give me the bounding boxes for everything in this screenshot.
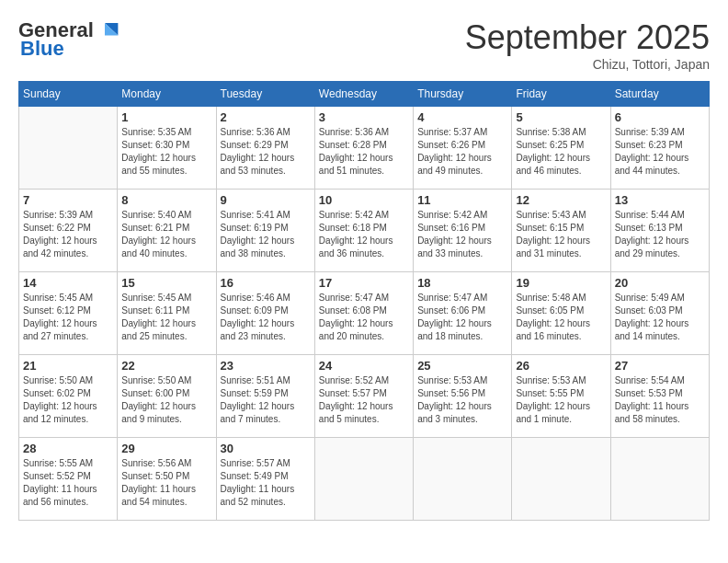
logo: General Blue xyxy=(18,18,119,61)
calendar-cell: 20Sunrise: 5:49 AM Sunset: 6:03 PM Dayli… xyxy=(610,272,709,355)
day-info: Sunrise: 5:50 AM Sunset: 6:00 PM Dayligh… xyxy=(121,374,211,426)
day-number: 8 xyxy=(121,193,211,207)
calendar-cell: 13Sunrise: 5:44 AM Sunset: 6:13 PM Dayli… xyxy=(610,190,709,272)
day-info: Sunrise: 5:50 AM Sunset: 6:02 PM Dayligh… xyxy=(23,374,113,426)
calendar-cell xyxy=(610,438,709,521)
calendar-cell xyxy=(512,438,610,521)
calendar-cell: 4Sunrise: 5:37 AM Sunset: 6:26 PM Daylig… xyxy=(414,107,512,190)
logo-blue-text: Blue xyxy=(20,37,64,61)
calendar-cell xyxy=(414,438,512,521)
month-title: September 2025 xyxy=(465,18,710,57)
logo-icon xyxy=(97,19,119,41)
calendar-cell: 2Sunrise: 5:36 AM Sunset: 6:29 PM Daylig… xyxy=(216,107,314,190)
calendar-cell: 6Sunrise: 5:39 AM Sunset: 6:23 PM Daylig… xyxy=(610,107,709,190)
day-of-week-header: Thursday xyxy=(414,82,512,107)
day-number: 30 xyxy=(221,442,311,455)
day-number: 21 xyxy=(23,359,113,373)
day-number: 13 xyxy=(615,193,705,207)
day-number: 25 xyxy=(417,359,507,373)
day-number: 6 xyxy=(615,110,705,124)
day-info: Sunrise: 5:53 AM Sunset: 5:55 PM Dayligh… xyxy=(516,374,606,426)
calendar-header-row: SundayMondayTuesdayWednesdayThursdayFrid… xyxy=(19,82,710,107)
calendar-cell: 19Sunrise: 5:48 AM Sunset: 6:05 PM Dayli… xyxy=(512,272,610,355)
day-number: 4 xyxy=(417,110,507,124)
day-number: 15 xyxy=(121,276,211,290)
day-info: Sunrise: 5:47 AM Sunset: 6:06 PM Dayligh… xyxy=(417,292,507,343)
day-number: 27 xyxy=(615,359,705,373)
day-info: Sunrise: 5:52 AM Sunset: 5:57 PM Dayligh… xyxy=(319,374,409,426)
page-header: General Blue September 2025 Chizu, Totto… xyxy=(18,18,710,72)
calendar-cell: 12Sunrise: 5:43 AM Sunset: 6:15 PM Dayli… xyxy=(512,190,610,272)
day-info: Sunrise: 5:42 AM Sunset: 6:16 PM Dayligh… xyxy=(417,209,507,260)
calendar-week-row: 21Sunrise: 5:50 AM Sunset: 6:02 PM Dayli… xyxy=(19,355,710,438)
day-of-week-header: Tuesday xyxy=(216,82,314,107)
calendar-cell: 7Sunrise: 5:39 AM Sunset: 6:22 PM Daylig… xyxy=(19,190,118,272)
calendar-cell: 23Sunrise: 5:51 AM Sunset: 5:59 PM Dayli… xyxy=(216,355,314,438)
calendar-cell: 28Sunrise: 5:55 AM Sunset: 5:52 PM Dayli… xyxy=(19,438,118,521)
day-info: Sunrise: 5:43 AM Sunset: 6:15 PM Dayligh… xyxy=(516,209,606,260)
day-number: 16 xyxy=(221,276,311,290)
day-of-week-header: Sunday xyxy=(19,82,118,107)
day-of-week-header: Friday xyxy=(512,82,610,107)
calendar-cell xyxy=(314,438,413,521)
day-info: Sunrise: 5:44 AM Sunset: 6:13 PM Dayligh… xyxy=(615,209,705,260)
calendar-cell: 25Sunrise: 5:53 AM Sunset: 5:56 PM Dayli… xyxy=(414,355,512,438)
day-number: 14 xyxy=(23,276,113,290)
day-info: Sunrise: 5:35 AM Sunset: 6:30 PM Dayligh… xyxy=(121,126,211,178)
location-subtitle: Chizu, Tottori, Japan xyxy=(465,57,710,72)
day-info: Sunrise: 5:51 AM Sunset: 5:59 PM Dayligh… xyxy=(221,374,311,426)
day-number: 20 xyxy=(615,276,705,290)
day-number: 9 xyxy=(221,193,311,207)
day-number: 19 xyxy=(516,276,606,290)
day-info: Sunrise: 5:36 AM Sunset: 6:29 PM Dayligh… xyxy=(221,126,311,178)
calendar-cell: 15Sunrise: 5:45 AM Sunset: 6:11 PM Dayli… xyxy=(118,272,216,355)
day-info: Sunrise: 5:45 AM Sunset: 6:12 PM Dayligh… xyxy=(23,292,113,343)
day-of-week-header: Monday xyxy=(118,82,216,107)
calendar-week-row: 14Sunrise: 5:45 AM Sunset: 6:12 PM Dayli… xyxy=(19,272,710,355)
day-number: 24 xyxy=(319,359,409,373)
calendar-cell: 9Sunrise: 5:41 AM Sunset: 6:19 PM Daylig… xyxy=(216,190,314,272)
calendar-cell: 16Sunrise: 5:46 AM Sunset: 6:09 PM Dayli… xyxy=(216,272,314,355)
day-info: Sunrise: 5:49 AM Sunset: 6:03 PM Dayligh… xyxy=(615,292,705,343)
day-number: 22 xyxy=(121,359,211,373)
day-info: Sunrise: 5:42 AM Sunset: 6:18 PM Dayligh… xyxy=(319,209,409,260)
calendar-cell: 5Sunrise: 5:38 AM Sunset: 6:25 PM Daylig… xyxy=(512,107,610,190)
calendar-cell: 24Sunrise: 5:52 AM Sunset: 5:57 PM Dayli… xyxy=(314,355,413,438)
day-number: 12 xyxy=(516,193,606,207)
title-block: September 2025 Chizu, Tottori, Japan xyxy=(465,18,710,72)
calendar-cell: 27Sunrise: 5:54 AM Sunset: 5:53 PM Dayli… xyxy=(610,355,709,438)
day-of-week-header: Wednesday xyxy=(314,82,413,107)
calendar-cell: 17Sunrise: 5:47 AM Sunset: 6:08 PM Dayli… xyxy=(314,272,413,355)
day-info: Sunrise: 5:39 AM Sunset: 6:23 PM Dayligh… xyxy=(615,126,705,178)
day-number: 11 xyxy=(417,193,507,207)
day-info: Sunrise: 5:48 AM Sunset: 6:05 PM Dayligh… xyxy=(516,292,606,343)
calendar-cell: 29Sunrise: 5:56 AM Sunset: 5:50 PM Dayli… xyxy=(118,438,216,521)
day-info: Sunrise: 5:38 AM Sunset: 6:25 PM Dayligh… xyxy=(516,126,606,178)
day-number: 1 xyxy=(121,110,211,124)
calendar-cell: 14Sunrise: 5:45 AM Sunset: 6:12 PM Dayli… xyxy=(19,272,118,355)
calendar-cell: 22Sunrise: 5:50 AM Sunset: 6:00 PM Dayli… xyxy=(118,355,216,438)
day-info: Sunrise: 5:53 AM Sunset: 5:56 PM Dayligh… xyxy=(417,374,507,426)
calendar-cell: 8Sunrise: 5:40 AM Sunset: 6:21 PM Daylig… xyxy=(118,190,216,272)
day-info: Sunrise: 5:57 AM Sunset: 5:49 PM Dayligh… xyxy=(221,457,311,509)
day-number: 7 xyxy=(23,193,113,207)
day-info: Sunrise: 5:55 AM Sunset: 5:52 PM Dayligh… xyxy=(23,457,113,509)
day-number: 23 xyxy=(221,359,311,373)
day-number: 2 xyxy=(221,110,311,124)
day-info: Sunrise: 5:39 AM Sunset: 6:22 PM Dayligh… xyxy=(23,209,113,260)
day-info: Sunrise: 5:41 AM Sunset: 6:19 PM Dayligh… xyxy=(221,209,311,260)
calendar-cell: 21Sunrise: 5:50 AM Sunset: 6:02 PM Dayli… xyxy=(19,355,118,438)
day-info: Sunrise: 5:40 AM Sunset: 6:21 PM Dayligh… xyxy=(121,209,211,260)
day-number: 5 xyxy=(516,110,606,124)
calendar-cell: 30Sunrise: 5:57 AM Sunset: 5:49 PM Dayli… xyxy=(216,438,314,521)
day-number: 10 xyxy=(319,193,409,207)
day-number: 18 xyxy=(417,276,507,290)
day-info: Sunrise: 5:45 AM Sunset: 6:11 PM Dayligh… xyxy=(121,292,211,343)
day-number: 28 xyxy=(23,442,113,455)
day-info: Sunrise: 5:37 AM Sunset: 6:26 PM Dayligh… xyxy=(417,126,507,178)
calendar-cell: 18Sunrise: 5:47 AM Sunset: 6:06 PM Dayli… xyxy=(414,272,512,355)
day-number: 29 xyxy=(121,442,211,455)
calendar-cell: 3Sunrise: 5:36 AM Sunset: 6:28 PM Daylig… xyxy=(314,107,413,190)
day-info: Sunrise: 5:54 AM Sunset: 5:53 PM Dayligh… xyxy=(615,374,705,426)
calendar-week-row: 1Sunrise: 5:35 AM Sunset: 6:30 PM Daylig… xyxy=(19,107,710,190)
